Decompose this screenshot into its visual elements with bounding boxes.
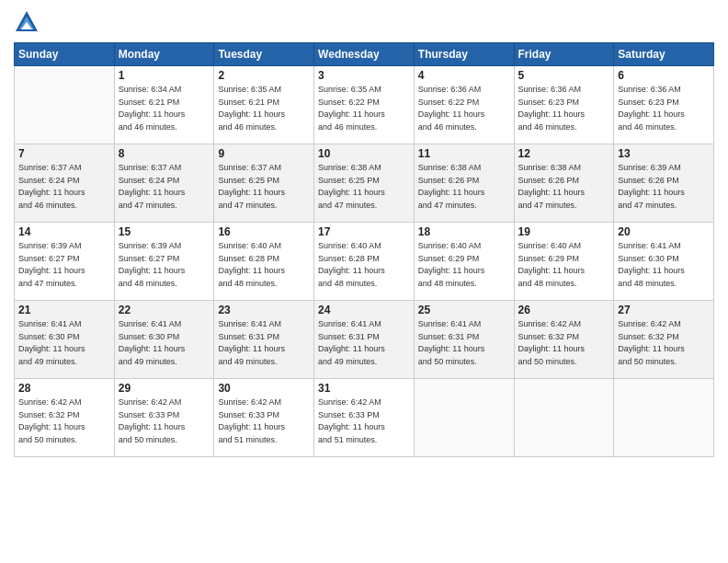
day-number: 18 bbox=[418, 225, 510, 238]
day-number: 25 bbox=[418, 304, 510, 316]
day-number: 15 bbox=[119, 225, 210, 238]
day-info: Sunrise: 6:41 AM Sunset: 6:31 PM Dayligh… bbox=[418, 318, 510, 368]
day-number: 21 bbox=[18, 304, 110, 316]
day-number: 13 bbox=[618, 147, 710, 160]
day-number: 16 bbox=[218, 225, 310, 238]
calendar-week-5: 28Sunrise: 6:42 AM Sunset: 6:32 PM Dayli… bbox=[15, 379, 714, 457]
day-number: 14 bbox=[18, 225, 110, 238]
day-info: Sunrise: 6:42 AM Sunset: 6:32 PM Dayligh… bbox=[618, 318, 710, 368]
page: SundayMondayTuesdayWednesdayThursdayFrid… bbox=[0, 0, 728, 563]
day-number: 17 bbox=[318, 225, 410, 238]
day-info: Sunrise: 6:40 AM Sunset: 6:29 PM Dayligh… bbox=[518, 240, 610, 290]
day-number: 27 bbox=[618, 304, 710, 316]
calendar-cell: 25Sunrise: 6:41 AM Sunset: 6:31 PM Dayli… bbox=[414, 301, 514, 379]
day-number: 29 bbox=[119, 382, 210, 395]
calendar-cell: 31Sunrise: 6:42 AM Sunset: 6:33 PM Dayli… bbox=[314, 379, 415, 457]
calendar-cell: 17Sunrise: 6:40 AM Sunset: 6:28 PM Dayli… bbox=[314, 223, 415, 301]
calendar-cell: 16Sunrise: 6:40 AM Sunset: 6:28 PM Dayli… bbox=[214, 223, 314, 301]
calendar-body: 1Sunrise: 6:34 AM Sunset: 6:21 PM Daylig… bbox=[15, 66, 714, 457]
calendar-cell: 10Sunrise: 6:38 AM Sunset: 6:25 PM Dayli… bbox=[314, 144, 415, 223]
day-info: Sunrise: 6:39 AM Sunset: 6:26 PM Dayligh… bbox=[618, 162, 710, 212]
calendar-cell: 23Sunrise: 6:41 AM Sunset: 6:31 PM Dayli… bbox=[214, 301, 314, 379]
weekday-header-thursday: Thursday bbox=[414, 43, 514, 66]
calendar-week-1: 1Sunrise: 6:34 AM Sunset: 6:21 PM Daylig… bbox=[15, 66, 714, 144]
calendar-cell bbox=[614, 379, 714, 457]
weekday-header-saturday: Saturday bbox=[614, 43, 714, 66]
day-info: Sunrise: 6:40 AM Sunset: 6:29 PM Dayligh… bbox=[418, 240, 510, 290]
day-number: 9 bbox=[218, 147, 310, 160]
day-number: 22 bbox=[119, 304, 210, 316]
calendar-cell: 11Sunrise: 6:38 AM Sunset: 6:26 PM Dayli… bbox=[414, 144, 514, 223]
calendar: SundayMondayTuesdayWednesdayThursdayFrid… bbox=[14, 42, 714, 457]
day-info: Sunrise: 6:42 AM Sunset: 6:33 PM Dayligh… bbox=[218, 396, 310, 446]
calendar-cell: 26Sunrise: 6:42 AM Sunset: 6:32 PM Dayli… bbox=[514, 301, 614, 379]
calendar-cell: 28Sunrise: 6:42 AM Sunset: 6:32 PM Dayli… bbox=[15, 379, 115, 457]
day-number: 10 bbox=[318, 147, 410, 160]
day-info: Sunrise: 6:42 AM Sunset: 6:33 PM Dayligh… bbox=[119, 396, 210, 446]
day-number: 31 bbox=[318, 382, 410, 395]
day-info: Sunrise: 6:40 AM Sunset: 6:28 PM Dayligh… bbox=[218, 240, 310, 290]
calendar-cell: 4Sunrise: 6:36 AM Sunset: 6:22 PM Daylig… bbox=[414, 66, 514, 144]
weekday-header-tuesday: Tuesday bbox=[214, 43, 314, 66]
day-info: Sunrise: 6:35 AM Sunset: 6:22 PM Dayligh… bbox=[318, 84, 410, 133]
logo-icon bbox=[14, 9, 40, 35]
calendar-cell bbox=[15, 66, 115, 144]
day-info: Sunrise: 6:41 AM Sunset: 6:31 PM Dayligh… bbox=[218, 318, 310, 368]
calendar-cell: 8Sunrise: 6:37 AM Sunset: 6:24 PM Daylig… bbox=[114, 144, 214, 223]
day-info: Sunrise: 6:34 AM Sunset: 6:21 PM Dayligh… bbox=[119, 84, 210, 133]
day-info: Sunrise: 6:42 AM Sunset: 6:32 PM Dayligh… bbox=[18, 396, 110, 446]
calendar-cell bbox=[514, 379, 614, 457]
calendar-cell: 15Sunrise: 6:39 AM Sunset: 6:27 PM Dayli… bbox=[114, 223, 214, 301]
day-info: Sunrise: 6:40 AM Sunset: 6:28 PM Dayligh… bbox=[318, 240, 410, 290]
calendar-header: SundayMondayTuesdayWednesdayThursdayFrid… bbox=[15, 43, 714, 66]
day-info: Sunrise: 6:36 AM Sunset: 6:22 PM Dayligh… bbox=[418, 84, 510, 133]
day-number: 23 bbox=[218, 304, 310, 316]
calendar-cell: 20Sunrise: 6:41 AM Sunset: 6:30 PM Dayli… bbox=[614, 223, 714, 301]
day-number: 4 bbox=[418, 69, 510, 82]
day-info: Sunrise: 6:37 AM Sunset: 6:24 PM Dayligh… bbox=[18, 162, 110, 212]
calendar-cell: 27Sunrise: 6:42 AM Sunset: 6:32 PM Dayli… bbox=[614, 301, 714, 379]
calendar-cell: 12Sunrise: 6:38 AM Sunset: 6:26 PM Dayli… bbox=[514, 144, 614, 223]
calendar-cell: 6Sunrise: 6:36 AM Sunset: 6:23 PM Daylig… bbox=[614, 66, 714, 144]
day-number: 20 bbox=[618, 225, 710, 238]
calendar-cell: 5Sunrise: 6:36 AM Sunset: 6:23 PM Daylig… bbox=[514, 66, 614, 144]
day-number: 5 bbox=[518, 69, 610, 82]
calendar-cell: 18Sunrise: 6:40 AM Sunset: 6:29 PM Dayli… bbox=[414, 223, 514, 301]
day-number: 11 bbox=[418, 147, 510, 160]
calendar-cell: 29Sunrise: 6:42 AM Sunset: 6:33 PM Dayli… bbox=[114, 379, 214, 457]
weekday-header-friday: Friday bbox=[514, 43, 614, 66]
day-number: 26 bbox=[518, 304, 610, 316]
calendar-cell: 22Sunrise: 6:41 AM Sunset: 6:30 PM Dayli… bbox=[114, 301, 214, 379]
day-number: 8 bbox=[119, 147, 210, 160]
calendar-week-3: 14Sunrise: 6:39 AM Sunset: 6:27 PM Dayli… bbox=[15, 223, 714, 301]
calendar-cell: 3Sunrise: 6:35 AM Sunset: 6:22 PM Daylig… bbox=[314, 66, 415, 144]
calendar-cell: 14Sunrise: 6:39 AM Sunset: 6:27 PM Dayli… bbox=[15, 223, 115, 301]
day-number: 19 bbox=[518, 225, 610, 238]
weekday-header-wednesday: Wednesday bbox=[314, 43, 415, 66]
day-info: Sunrise: 6:38 AM Sunset: 6:26 PM Dayligh… bbox=[518, 162, 610, 212]
day-number: 28 bbox=[18, 382, 110, 395]
day-info: Sunrise: 6:37 AM Sunset: 6:25 PM Dayligh… bbox=[218, 162, 310, 212]
day-info: Sunrise: 6:37 AM Sunset: 6:24 PM Dayligh… bbox=[119, 162, 210, 212]
calendar-week-2: 7Sunrise: 6:37 AM Sunset: 6:24 PM Daylig… bbox=[15, 144, 714, 223]
calendar-cell: 21Sunrise: 6:41 AM Sunset: 6:30 PM Dayli… bbox=[15, 301, 115, 379]
day-info: Sunrise: 6:35 AM Sunset: 6:21 PM Dayligh… bbox=[218, 84, 310, 133]
day-number: 24 bbox=[318, 304, 410, 316]
weekday-header-sunday: Sunday bbox=[15, 43, 115, 66]
day-number: 12 bbox=[518, 147, 610, 160]
day-info: Sunrise: 6:36 AM Sunset: 6:23 PM Dayligh… bbox=[618, 84, 710, 133]
calendar-cell: 13Sunrise: 6:39 AM Sunset: 6:26 PM Dayli… bbox=[614, 144, 714, 223]
weekday-header-monday: Monday bbox=[114, 43, 214, 66]
day-info: Sunrise: 6:42 AM Sunset: 6:32 PM Dayligh… bbox=[518, 318, 610, 368]
calendar-cell: 7Sunrise: 6:37 AM Sunset: 6:24 PM Daylig… bbox=[15, 144, 115, 223]
day-number: 7 bbox=[18, 147, 110, 160]
calendar-cell: 1Sunrise: 6:34 AM Sunset: 6:21 PM Daylig… bbox=[114, 66, 214, 144]
day-info: Sunrise: 6:41 AM Sunset: 6:30 PM Dayligh… bbox=[618, 240, 710, 290]
day-info: Sunrise: 6:39 AM Sunset: 6:27 PM Dayligh… bbox=[119, 240, 210, 290]
day-number: 2 bbox=[218, 69, 310, 82]
day-info: Sunrise: 6:41 AM Sunset: 6:30 PM Dayligh… bbox=[119, 318, 210, 368]
day-number: 6 bbox=[618, 69, 710, 82]
header bbox=[14, 9, 714, 35]
calendar-cell: 30Sunrise: 6:42 AM Sunset: 6:33 PM Dayli… bbox=[214, 379, 314, 457]
day-info: Sunrise: 6:39 AM Sunset: 6:27 PM Dayligh… bbox=[18, 240, 110, 290]
